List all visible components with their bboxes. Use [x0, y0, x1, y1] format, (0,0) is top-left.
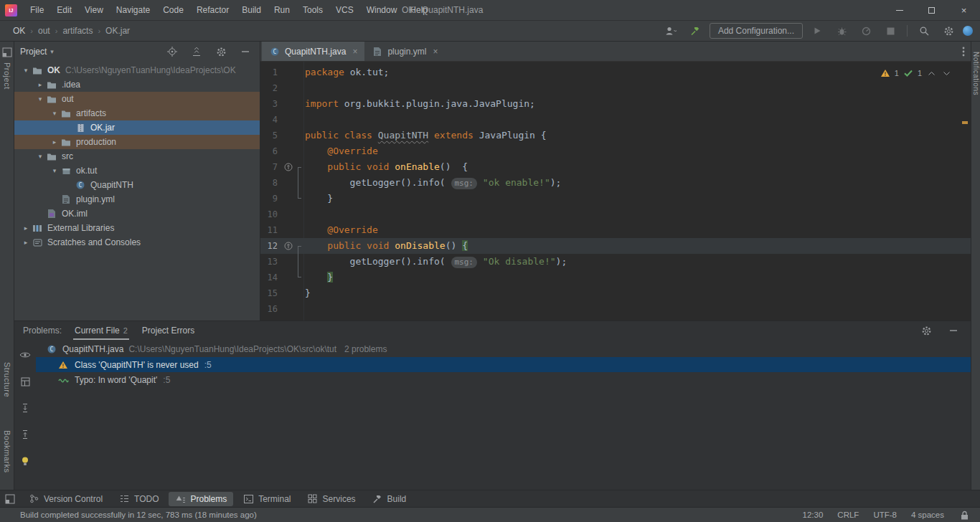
tree-item-ok[interactable]: ▾OKC:\Users\NguyenTuanHung\IdeaProjects\… — [14, 63, 260, 77]
line-number[interactable]: 6 — [260, 143, 282, 159]
breadcrumb-out[interactable]: out — [37, 25, 52, 37]
search-button[interactable] — [915, 23, 933, 39]
code-line-10[interactable]: 10 — [260, 207, 971, 222]
tree-item-scratches-and-consoles[interactable]: ▸Scratches and Consoles — [14, 235, 260, 250]
code-line-5[interactable]: 5public class QuapitNTH extends JavaPlug… — [260, 128, 971, 143]
code-line-7[interactable]: 7 public void onEnable() { — [260, 159, 971, 175]
fold-guide[interactable] — [298, 246, 301, 277]
tool-button-structure[interactable]: Structure — [3, 362, 11, 397]
code-with-me-icon[interactable] — [963, 26, 973, 36]
tree-item-plugin-yml[interactable]: plugin.yml — [14, 192, 260, 207]
problem-row[interactable]: Typo: In word 'Quapit' :5 — [36, 372, 971, 387]
menu-code[interactable]: Code — [156, 1, 190, 19]
stop-button[interactable] — [882, 23, 899, 39]
add-configuration-button[interactable]: Add Configuration... — [710, 23, 803, 39]
code-line-8[interactable]: 8 getLogger().info( msg: "ok enable!"); — [260, 175, 971, 191]
line-number[interactable]: 9 — [260, 191, 282, 207]
chevron-down-icon[interactable]: ▾ — [20, 67, 32, 74]
code-line-3[interactable]: 3import org.bukkit.plugin.java.JavaPlugi… — [260, 96, 971, 112]
line-number[interactable]: 3 — [260, 96, 282, 112]
debug-button[interactable] — [833, 23, 850, 39]
tool-button-bookmarks[interactable]: Bookmarks — [3, 430, 11, 473]
line-number[interactable]: 10 — [260, 207, 282, 222]
tool-window-switcher-icon[interactable] — [4, 493, 16, 505]
toolwindow-button-todo[interactable]: TODO — [112, 492, 165, 506]
tree-item-ok-iml[interactable]: OK.iml — [14, 207, 260, 221]
problem-row[interactable]: Class 'QuapitNTH' is never used :5 — [36, 357, 971, 372]
chevron-down-icon[interactable]: ▾ — [49, 110, 60, 117]
line-number[interactable]: 15 — [260, 285, 282, 301]
hide-button[interactable] — [237, 44, 254, 60]
code-line-2[interactable]: 2 — [260, 80, 971, 96]
tree-item-external-libraries[interactable]: ▸External Libraries — [14, 221, 260, 235]
code-line-4[interactable]: 4 — [260, 112, 971, 128]
profiler-button[interactable] — [857, 23, 875, 39]
expand-all-button[interactable] — [17, 400, 34, 416]
tool-button-project[interactable]: Project — [3, 62, 11, 90]
line-number[interactable]: 16 — [260, 301, 282, 317]
build-hammer-button[interactable] — [687, 23, 704, 39]
fold-column[interactable] — [295, 207, 305, 222]
scrollbar-warning-mark[interactable] — [962, 121, 968, 124]
fold-column[interactable] — [295, 301, 305, 317]
line-number[interactable]: 14 — [260, 270, 282, 285]
close-tab-icon[interactable]: × — [433, 47, 438, 57]
chevron-up-icon[interactable] — [925, 67, 937, 79]
menu-vcs[interactable]: VCS — [329, 1, 360, 19]
code-area[interactable]: 1package ok.tut;23import org.bukkit.plug… — [260, 62, 971, 317]
chevron-down-icon[interactable] — [941, 67, 952, 79]
indent-setting[interactable]: 4 spaces — [911, 511, 944, 519]
project-tool-icon[interactable] — [1, 47, 13, 58]
tree-item-quapitnth[interactable]: CQuapitNTH — [14, 178, 260, 192]
code-line-15[interactable]: 15} — [260, 285, 971, 301]
run-button[interactable] — [809, 23, 826, 39]
line-number[interactable]: 13 — [260, 254, 282, 270]
tree-item-ok-tut[interactable]: ▾ok.tut — [14, 163, 260, 178]
breadcrumb-artifacts[interactable]: artifacts — [61, 25, 94, 37]
code-line-16[interactable]: 16 — [260, 301, 971, 317]
menu-run[interactable]: Run — [268, 1, 296, 19]
fold-column[interactable] — [295, 96, 305, 112]
tab-options-icon[interactable] — [962, 42, 971, 61]
fold-guide[interactable] — [298, 167, 301, 199]
code-line-9[interactable]: 9 } — [260, 191, 971, 207]
fold-column[interactable] — [295, 80, 305, 96]
toolwindow-button-problems[interactable]: Problems — [169, 492, 234, 506]
line-number[interactable]: 4 — [260, 112, 282, 128]
toolwindow-button-services[interactable]: Services — [301, 492, 362, 506]
line-number[interactable]: 1 — [260, 65, 282, 80]
override-marker-icon[interactable] — [282, 159, 295, 175]
breadcrumb-ok[interactable]: OK — [11, 25, 27, 37]
code-line-13[interactable]: 13 getLogger().info( msg: "Ok disable!")… — [260, 254, 971, 270]
chevron-down-icon[interactable]: ▾ — [34, 95, 46, 103]
vcs-person-button[interactable] — [662, 23, 679, 39]
code-line-14[interactable]: 14 } — [260, 270, 971, 285]
collapse-all-button[interactable] — [188, 44, 205, 60]
status-message[interactable]: Build completed successfully in 12 sec, … — [20, 511, 257, 519]
chevron-right-icon[interactable]: ▸ — [34, 81, 46, 88]
caret-position[interactable]: 12:30 — [803, 511, 824, 519]
chevron-right-icon[interactable]: ▸ — [20, 224, 32, 232]
group-button[interactable] — [17, 374, 34, 389]
menu-file[interactable]: File — [24, 1, 50, 19]
code-line-1[interactable]: 1package ok.tut; — [260, 65, 971, 80]
tab-current-file[interactable]: Current File2 — [73, 321, 129, 340]
menu-navigate[interactable]: Navigate — [110, 1, 156, 19]
line-number[interactable]: 7 — [260, 159, 282, 175]
line-separator[interactable]: CRLF — [837, 511, 859, 519]
fold-column[interactable] — [295, 112, 305, 128]
override-marker-icon[interactable] — [282, 238, 295, 254]
breadcrumb-ok-jar[interactable]: OK.jar — [104, 25, 131, 37]
menu-tools[interactable]: Tools — [296, 1, 329, 19]
lock-icon[interactable] — [958, 509, 970, 521]
tool-button-notifications[interactable]: Notifications — [972, 52, 980, 95]
eye-button[interactable] — [17, 347, 34, 363]
tree-item-ok-jar[interactable]: OK.jar — [14, 120, 260, 135]
inspections-widget[interactable]: 1 1 — [880, 65, 952, 81]
fold-column[interactable] — [295, 222, 305, 238]
file-encoding[interactable]: UTF-8 — [873, 511, 897, 519]
locate-button[interactable] — [164, 44, 181, 60]
menu-build[interactable]: Build — [235, 1, 268, 19]
menu-view[interactable]: View — [78, 1, 110, 19]
fold-column[interactable] — [295, 128, 305, 143]
